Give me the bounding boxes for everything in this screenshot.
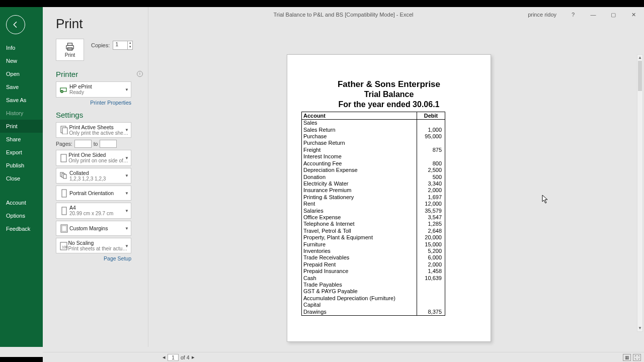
zoom-to-page-button[interactable]: ⛶ [633,354,641,361]
table-row: Sales [302,120,445,127]
sidebar-item-history[interactable]: History [0,107,43,120]
chevron-down-icon: ▼ [125,173,129,178]
sidebar-item-close[interactable]: Close [0,172,43,185]
chevron-down-icon: ▼ [125,155,129,160]
back-button[interactable] [6,15,25,34]
table-row: Electricity & Water3,340 [302,180,445,187]
print-button[interactable]: Print [56,39,84,61]
table-row: Salaries35,579 [302,208,445,214]
svg-rect-6 [62,128,67,134]
printer-icon [64,42,75,51]
table-row: Depreciation Expense2,500 [302,167,445,173]
page-number-input[interactable]: 1 [168,354,179,361]
table-row: Sales Return1,000 [302,127,445,133]
svg-rect-11 [62,190,66,197]
settings-dd-3[interactable]: Collated1,2,3 1,2,3 1,2,3▼ [56,168,131,184]
table-row: Telephone & Internet1,285 [302,221,445,227]
sidebar-item-export[interactable]: Export [0,146,43,159]
table-row: Interest Income [302,153,445,160]
svg-rect-14 [62,226,66,231]
next-page-button[interactable]: ▸ [192,354,195,360]
table-row: Donation500 [302,174,445,180]
settings-dd-5[interactable]: A420.99 cm x 29.7 cm▼ [56,203,131,219]
svg-rect-12 [62,207,66,215]
scale-icon: 100 [58,241,68,250]
backstage-sidebar: InfoNewOpenSaveSave AsHistoryPrintShareE… [0,7,43,347]
doc-title-2: Trial Balance [301,89,476,100]
scroll-up-icon[interactable]: ▲ [637,55,642,61]
copies-spinner[interactable]: ▲▼ [127,41,132,49]
scroll-thumb[interactable] [638,61,642,91]
sidebar-item-print[interactable]: Print [0,120,43,133]
settings-dd-6[interactable]: Custom Margins▼ [56,221,131,236]
page-setup-link[interactable]: Page Setup [56,255,131,261]
table-row: Purchase95,000 [302,133,445,140]
sheets-icon [58,125,69,134]
table-row: Insurance Premium2,000 [302,187,445,194]
sidebar-item-new[interactable]: New [0,54,43,67]
settings-dd-7[interactable]: 100No ScalingPrint sheets at their actua… [56,238,131,254]
sidebar-item-info[interactable]: Info [0,41,43,54]
preview-scrollbar[interactable]: ▲ ▼ [637,54,643,332]
doc-title-1: Father & Sons Enterprise [301,79,476,89]
settings-dd-2[interactable]: Print One SidedOnly print on one side of… [56,150,131,166]
chevron-down-icon: ▼ [125,226,129,230]
preview-footer: ◂ 1 of 4 ▸ ▦ ⛶ [43,352,644,362]
settings-dd-0[interactable]: Print Active SheetsOnly print the active… [56,122,131,138]
svg-rect-10 [63,174,66,178]
sidebar-item-options[interactable]: Options [0,209,43,222]
copies-value: 1 [115,41,118,47]
copies-input[interactable]: 1 ▲▼ [113,41,133,50]
table-row: Cash10,639 [302,275,445,282]
table-row: Printing & Stationery1,697 [302,194,445,201]
sidebar-item-share[interactable]: Share [0,133,43,146]
printer-name: HP ePrint [69,83,92,89]
table-row: Drawings8,375 [302,309,445,316]
info-icon[interactable]: i [137,71,143,77]
sidebar-item-feedback[interactable]: Feedback [0,222,43,235]
table-row: Trade Receivables6,000 [302,254,445,261]
chevron-down-icon: ▼ [125,87,129,92]
pages-from-input[interactable] [74,140,92,148]
content-area: Trial Balance to P&L and BS [Compatibili… [43,7,644,347]
collate-icon [58,171,69,180]
table-row: GST & PAYG Payable [302,288,445,295]
printer-status-icon [59,85,68,94]
sidebar-item-open[interactable]: Open [0,67,43,80]
pages-to-input[interactable] [100,140,117,148]
arrow-left-icon [11,20,20,29]
sidebar-item-save[interactable]: Save [0,80,43,94]
table-row: Prepaid Insurance1,458 [302,268,445,275]
printer-properties-link[interactable]: Printer Properties [56,100,131,106]
table-row: Capital [302,302,445,308]
print-settings-panel: Print Print Copies: 1 ▲▼ Printer i [43,7,148,347]
table-row: Office Expense3,547 [302,214,445,221]
sidebar-item-account[interactable]: Account [0,196,43,209]
col-account: Account [302,112,417,120]
svg-rect-7 [61,154,66,162]
table-row: Accumulated Depreciation (Furniture) [302,295,445,302]
printer-select[interactable]: HP ePrintReady ▼ [56,81,131,98]
trial-balance-table: AccountDebit SalesSales Return1,000Purch… [301,112,445,316]
settings-dd-4[interactable]: Portrait Orientation▼ [56,186,131,201]
page-icon [58,153,68,162]
sidebar-item-save-as[interactable]: Save As [0,94,43,107]
table-row: Rent12,000 [302,201,445,207]
print-preview: Father & Sons Enterprise Trial Balance F… [148,7,644,347]
settings-heading: Settings [56,111,141,119]
table-row: Freight875 [302,147,445,153]
prev-page-button[interactable]: ◂ [163,354,166,360]
table-row: Accounting Fee800 [302,160,445,167]
scroll-down-icon[interactable]: ▼ [637,325,642,331]
pages-range: Pages:to [56,140,141,148]
margins-icon [58,224,69,233]
table-row: Purchase Return [302,140,445,146]
show-margins-button[interactable]: ▦ [623,354,631,361]
table-row: Inventories5,200 [302,248,445,254]
sidebar-item-publish[interactable]: Publish [0,159,43,172]
a4-icon [58,206,69,215]
table-row: Prepaid Rent2,000 [302,261,445,268]
table-row: Furniture15,000 [302,241,445,248]
cursor-icon [542,195,549,204]
chevron-down-icon: ▼ [125,243,129,248]
